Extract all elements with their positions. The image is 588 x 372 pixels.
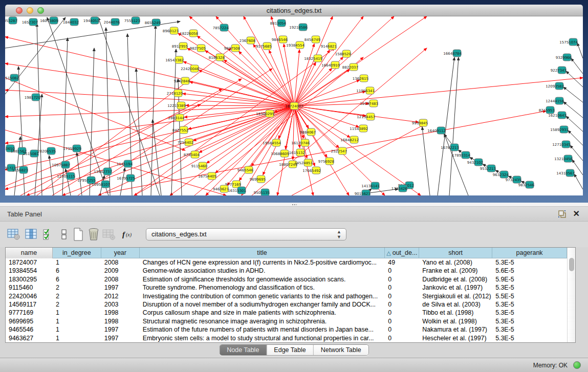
table-cell[interactable]: 0 — [385, 292, 419, 300]
graph-edge[interactable] — [253, 44, 294, 106]
graph-node[interactable]: 8186328 — [209, 54, 225, 61]
graph-node[interactable]: 9242848 — [174, 77, 190, 84]
network-canvas[interactable]: 1872400789601231822605889129559827505165… — [5, 16, 583, 195]
graph-edge[interactable] — [127, 34, 132, 195]
graph-edge[interactable] — [238, 51, 294, 106]
graph-node[interactable]: 2044076 — [104, 18, 120, 26]
graph-node[interactable]: 17893314 — [452, 151, 470, 159]
table-cell[interactable]: Hescheler et al. (1997) — [419, 334, 492, 342]
table-cell[interactable]: 9115460 — [6, 283, 53, 292]
table-row[interactable]: 969969511998Structural magnetic resonanc… — [6, 317, 567, 325]
table-cell[interactable]: 0 — [385, 275, 419, 283]
network-window-titlebar[interactable]: citations_edges.txt — [5, 5, 583, 16]
table-cell[interactable]: 0 — [385, 309, 419, 317]
close-panel-icon[interactable]: ✕ — [573, 209, 580, 218]
table-cell[interactable]: 9465546 — [6, 325, 53, 334]
table-cell[interactable]: 5.5E-5 — [492, 292, 567, 300]
graph-node[interactable]: 9756928 — [318, 158, 334, 165]
table-cell[interactable]: 2003 — [101, 300, 140, 309]
table-cell[interactable]: 1 — [53, 334, 101, 342]
graph-node[interactable]: 7555123 — [124, 17, 140, 24]
split-divider[interactable] — [0, 203, 588, 207]
graph-node[interactable]: 16754405 — [198, 172, 216, 180]
graph-edge[interactable] — [422, 127, 430, 195]
graph-edge[interactable] — [449, 57, 459, 195]
table-cell[interactable]: 9777169 — [6, 309, 53, 317]
graph-node[interactable]: 19218586 — [289, 24, 308, 31]
table-cell[interactable]: 9699695 — [6, 317, 53, 325]
column-header-year[interactable]: year — [101, 248, 140, 258]
graph-node[interactable]: 11543892 — [350, 125, 368, 132]
table-cell[interactable]: 5.3E-5 — [492, 283, 567, 292]
graph-edge[interactable] — [438, 57, 454, 195]
graph-node[interactable]: 9632324 — [493, 171, 509, 178]
graph-node[interactable]: 9465546 — [237, 166, 254, 173]
table-cell[interactable]: 5.3E-5 — [492, 309, 567, 317]
table-cell[interactable]: 5.3E-5 — [492, 334, 567, 342]
graph-edge[interactable] — [294, 106, 359, 127]
graph-node[interactable]: 9939845 — [412, 119, 428, 126]
graph-edge[interactable] — [571, 58, 583, 74]
graph-edge[interactable] — [227, 106, 294, 185]
column-header-name[interactable]: name — [6, 248, 53, 258]
table-cell[interactable]: 0 — [385, 317, 419, 325]
graph-node[interactable]: 12710345 — [552, 141, 571, 148]
table-row[interactable]: 977716911998Corpus callosum shape and si… — [6, 309, 567, 317]
graph-edge[interactable] — [444, 134, 468, 195]
graph-edge[interactable] — [294, 16, 394, 106]
graph-node[interactable]: 1733426 — [391, 185, 408, 192]
table-cell[interactable]: 19384554 — [6, 267, 53, 275]
graph-node[interactable]: 2522547 — [331, 147, 347, 155]
table-cell[interactable]: 1997 — [101, 325, 140, 334]
graph-node[interactable]: 16120746 — [291, 139, 310, 146]
table-cell[interactable]: 1997 — [101, 283, 140, 292]
graph-edge[interactable] — [189, 16, 294, 106]
table-options-icon[interactable] — [6, 227, 21, 242]
graph-node[interactable]: 9432102 — [467, 159, 483, 166]
table-cell[interactable]: 1997 — [101, 334, 140, 342]
graph-node[interactable]: 15892931 — [550, 126, 569, 133]
graph-node[interactable]: 7857224 — [213, 24, 229, 31]
table-cell[interactable]: Wolkin et al. (1998) — [419, 317, 492, 325]
graph-edge[interactable] — [151, 26, 156, 195]
memory-status-indicator-icon[interactable] — [573, 361, 581, 369]
select-all-columns-icon[interactable] — [41, 227, 56, 242]
table-cell[interactable]: 2009 — [101, 267, 140, 275]
graph-node[interactable]: 1981720 — [25, 94, 40, 101]
table-cell[interactable]: 5.3E-5 — [492, 300, 567, 309]
table-cell[interactable]: 2 — [53, 300, 101, 309]
graph-node[interactable]: 9532213 — [480, 165, 496, 172]
graph-node[interactable]: 1588520 — [335, 50, 351, 57]
table-cell[interactable]: Structural magnetic resonance image aver… — [140, 317, 385, 325]
table-cell[interactable]: 22420046 — [6, 292, 53, 300]
graph-node[interactable]: 20206535 — [37, 147, 56, 155]
graph-node[interactable]: 9846546 — [272, 36, 288, 43]
table-scrollbar-thumb[interactable] — [569, 258, 574, 271]
table-cell[interactable]: 5.3E-5 — [492, 258, 567, 267]
function-builder-icon[interactable]: f(x) — [121, 227, 136, 242]
graph-node[interactable]: 8912955 — [172, 42, 188, 50]
graph-node[interactable]: 17359929 — [63, 145, 81, 152]
graph-node[interactable]: 22420046 — [181, 65, 199, 72]
table-cell[interactable]: 2 — [53, 283, 101, 292]
graph-node[interactable]: 17665492 — [302, 167, 321, 174]
graph-node[interactable]: 9827508 — [224, 45, 240, 52]
graph-node[interactable]: 8454749 — [304, 36, 320, 43]
graph-node[interactable]: 12154457 — [357, 113, 375, 120]
table-cell[interactable]: Tibbo et al. (1998) — [419, 309, 492, 317]
graph-node[interactable]: 15751074 — [559, 38, 578, 46]
table-cell[interactable]: 5.3E-5 — [492, 317, 567, 325]
column-header-in-degree[interactable]: in_degree — [53, 248, 101, 258]
table-cell[interactable]: Estimation of the future numbers of pati… — [140, 325, 385, 334]
table-cell[interactable]: 0 — [385, 283, 419, 292]
graph-edge[interactable] — [197, 36, 294, 106]
table-cell[interactable]: Investigating the contribution of common… — [140, 292, 385, 300]
table-cell[interactable]: Changes of HCN gene expression and I(f) … — [140, 258, 385, 267]
graph-node[interactable]: 8655249 — [145, 19, 161, 26]
table-cell[interactable]: 2008 — [101, 275, 140, 283]
graph-node[interactable]: 19384554 — [286, 41, 304, 49]
divider-grip-icon[interactable] — [292, 204, 297, 206]
table-cell[interactable]: Dudbridge et al. (2008) — [419, 275, 492, 283]
table-selector-dropdown[interactable]: citations_edges.txt ▲▼ — [146, 228, 346, 240]
graph-node[interactable]: 9505135 — [254, 189, 270, 195]
